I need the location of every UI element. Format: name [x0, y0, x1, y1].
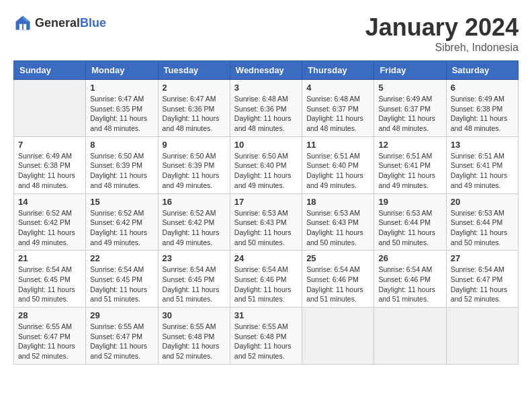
- day-number: 12: [378, 140, 441, 150]
- calendar-week-2: 7Sunrise: 6:49 AMSunset: 6:38 PMDaylight…: [14, 136, 519, 193]
- calendar-cell: [14, 80, 86, 137]
- calendar-cell: 22Sunrise: 6:54 AMSunset: 6:45 PMDayligh…: [86, 250, 158, 308]
- calendar-cell: 29Sunrise: 6:55 AMSunset: 6:47 PMDayligh…: [86, 308, 158, 365]
- day-info: Sunrise: 6:53 AMSunset: 6:44 PMDaylight:…: [451, 208, 514, 248]
- day-number: 17: [234, 197, 298, 207]
- calendar-cell: 23Sunrise: 6:54 AMSunset: 6:45 PMDayligh…: [158, 250, 230, 308]
- day-number: 25: [306, 253, 369, 263]
- day-number: 13: [451, 140, 514, 150]
- logo: GeneralBlue: [13, 13, 106, 32]
- day-info: Sunrise: 6:51 AMSunset: 6:41 PMDaylight:…: [451, 151, 514, 191]
- calendar-cell: 18Sunrise: 6:53 AMSunset: 6:43 PMDayligh…: [302, 193, 374, 250]
- calendar-cell: 19Sunrise: 6:53 AMSunset: 6:44 PMDayligh…: [374, 193, 446, 250]
- title-block: January 2024 Sibreh, Indonesia: [365, 13, 519, 54]
- day-info: Sunrise: 6:54 AMSunset: 6:45 PMDaylight:…: [163, 265, 226, 304]
- calendar-cell: 2Sunrise: 6:47 AMSunset: 6:36 PMDaylight…: [158, 80, 230, 137]
- calendar-cell: 13Sunrise: 6:51 AMSunset: 6:41 PMDayligh…: [446, 136, 518, 193]
- day-info: Sunrise: 6:54 AMSunset: 6:46 PMDaylight:…: [234, 265, 298, 304]
- calendar-cell: 25Sunrise: 6:54 AMSunset: 6:46 PMDayligh…: [302, 250, 374, 308]
- day-info: Sunrise: 6:55 AMSunset: 6:47 PMDaylight:…: [18, 322, 81, 361]
- day-info: Sunrise: 6:50 AMSunset: 6:39 PMDaylight:…: [90, 151, 153, 191]
- day-number: 26: [378, 253, 441, 263]
- calendar-cell: [374, 308, 446, 365]
- day-info: Sunrise: 6:54 AMSunset: 6:47 PMDaylight:…: [451, 265, 514, 304]
- weekday-friday: Friday: [374, 61, 446, 80]
- day-number: 15: [90, 197, 153, 207]
- day-number: 1: [90, 83, 153, 93]
- weekday-saturday: Saturday: [446, 61, 518, 80]
- day-number: 7: [18, 140, 81, 150]
- day-number: 24: [234, 253, 298, 263]
- day-number: 9: [163, 140, 226, 150]
- day-number: 27: [451, 253, 514, 263]
- day-number: 19: [378, 197, 441, 207]
- calendar-cell: 9Sunrise: 6:50 AMSunset: 6:39 PMDaylight…: [158, 136, 230, 193]
- weekday-tuesday: Tuesday: [158, 61, 230, 80]
- day-info: Sunrise: 6:47 AMSunset: 6:35 PMDaylight:…: [90, 94, 153, 134]
- calendar-cell: 26Sunrise: 6:54 AMSunset: 6:46 PMDayligh…: [374, 250, 446, 308]
- calendar-cell: 16Sunrise: 6:52 AMSunset: 6:42 PMDayligh…: [158, 193, 230, 250]
- svg-rect-2: [19, 24, 22, 30]
- day-info: Sunrise: 6:47 AMSunset: 6:36 PMDaylight:…: [163, 94, 226, 134]
- day-number: 3: [234, 83, 298, 93]
- day-number: 31: [234, 310, 298, 320]
- location: Sibreh, Indonesia: [365, 42, 519, 54]
- calendar-week-3: 14Sunrise: 6:52 AMSunset: 6:42 PMDayligh…: [14, 193, 519, 250]
- calendar-cell: 7Sunrise: 6:49 AMSunset: 6:38 PMDaylight…: [14, 136, 86, 193]
- logo-text-general: General: [35, 16, 80, 30]
- day-number: 11: [306, 140, 369, 150]
- day-number: 16: [163, 197, 226, 207]
- day-info: Sunrise: 6:52 AMSunset: 6:42 PMDaylight:…: [90, 208, 153, 248]
- calendar-cell: 3Sunrise: 6:48 AMSunset: 6:36 PMDaylight…: [230, 80, 302, 137]
- day-info: Sunrise: 6:52 AMSunset: 6:42 PMDaylight:…: [18, 208, 81, 248]
- weekday-monday: Monday: [86, 61, 158, 80]
- calendar-cell: 11Sunrise: 6:51 AMSunset: 6:40 PMDayligh…: [302, 136, 374, 193]
- calendar-cell: 31Sunrise: 6:55 AMSunset: 6:48 PMDayligh…: [230, 308, 302, 365]
- day-number: 4: [306, 83, 369, 93]
- day-info: Sunrise: 6:51 AMSunset: 6:41 PMDaylight:…: [378, 151, 441, 191]
- calendar-cell: 24Sunrise: 6:54 AMSunset: 6:46 PMDayligh…: [230, 250, 302, 308]
- logo-icon: [13, 13, 32, 32]
- day-info: Sunrise: 6:51 AMSunset: 6:40 PMDaylight:…: [306, 151, 369, 191]
- day-number: 30: [163, 310, 226, 320]
- page-header: GeneralBlue January 2024 Sibreh, Indones…: [13, 13, 519, 54]
- day-info: Sunrise: 6:55 AMSunset: 6:48 PMDaylight:…: [234, 322, 298, 361]
- day-number: 28: [18, 310, 81, 320]
- calendar-cell: 12Sunrise: 6:51 AMSunset: 6:41 PMDayligh…: [374, 136, 446, 193]
- calendar-cell: 1Sunrise: 6:47 AMSunset: 6:35 PMDaylight…: [86, 80, 158, 137]
- calendar-table: SundayMondayTuesdayWednesdayThursdayFrid…: [13, 60, 519, 365]
- calendar-week-5: 28Sunrise: 6:55 AMSunset: 6:47 PMDayligh…: [14, 308, 519, 365]
- calendar-cell: [302, 308, 374, 365]
- calendar-cell: 10Sunrise: 6:50 AMSunset: 6:40 PMDayligh…: [230, 136, 302, 193]
- day-number: 20: [451, 197, 514, 207]
- day-number: 29: [90, 310, 153, 320]
- day-info: Sunrise: 6:54 AMSunset: 6:45 PMDaylight:…: [18, 265, 81, 304]
- calendar-week-1: 1Sunrise: 6:47 AMSunset: 6:35 PMDaylight…: [14, 80, 519, 137]
- svg-rect-3: [24, 24, 26, 30]
- day-info: Sunrise: 6:49 AMSunset: 6:38 PMDaylight:…: [18, 151, 81, 191]
- day-number: 6: [451, 83, 514, 93]
- day-info: Sunrise: 6:48 AMSunset: 6:37 PMDaylight:…: [306, 94, 369, 134]
- calendar-cell: 14Sunrise: 6:52 AMSunset: 6:42 PMDayligh…: [14, 193, 86, 250]
- calendar-cell: 28Sunrise: 6:55 AMSunset: 6:47 PMDayligh…: [14, 308, 86, 365]
- calendar-cell: 30Sunrise: 6:55 AMSunset: 6:48 PMDayligh…: [158, 308, 230, 365]
- month-year: January 2024: [365, 13, 519, 42]
- day-number: 2: [163, 83, 226, 93]
- day-info: Sunrise: 6:49 AMSunset: 6:37 PMDaylight:…: [378, 94, 441, 134]
- calendar-cell: 21Sunrise: 6:54 AMSunset: 6:45 PMDayligh…: [14, 250, 86, 308]
- calendar-cell: 8Sunrise: 6:50 AMSunset: 6:39 PMDaylight…: [86, 136, 158, 193]
- calendar-cell: [446, 308, 518, 365]
- weekday-sunday: Sunday: [14, 61, 86, 80]
- day-info: Sunrise: 6:54 AMSunset: 6:45 PMDaylight:…: [90, 265, 153, 304]
- day-info: Sunrise: 6:50 AMSunset: 6:40 PMDaylight:…: [234, 151, 298, 191]
- day-info: Sunrise: 6:55 AMSunset: 6:47 PMDaylight:…: [90, 322, 153, 361]
- logo-text-blue: Blue: [80, 16, 106, 30]
- weekday-thursday: Thursday: [302, 61, 374, 80]
- day-number: 18: [306, 197, 369, 207]
- day-info: Sunrise: 6:49 AMSunset: 6:38 PMDaylight:…: [451, 94, 514, 134]
- day-info: Sunrise: 6:53 AMSunset: 6:44 PMDaylight:…: [378, 208, 441, 248]
- calendar-cell: 15Sunrise: 6:52 AMSunset: 6:42 PMDayligh…: [86, 193, 158, 250]
- day-number: 5: [378, 83, 441, 93]
- day-number: 10: [234, 140, 298, 150]
- calendar-cell: 20Sunrise: 6:53 AMSunset: 6:44 PMDayligh…: [446, 193, 518, 250]
